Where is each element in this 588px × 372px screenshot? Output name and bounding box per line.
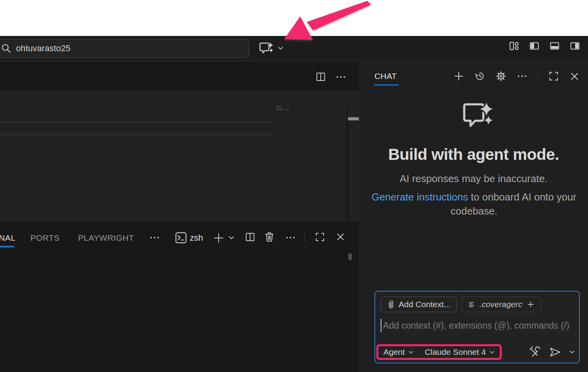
editor-content[interactable]: [run]source = src	[0, 91, 359, 221]
vscode-window: ohtuvarasto25	[0, 0, 588, 372]
new-chat-icon[interactable]	[453, 71, 464, 82]
add-related-file-icon[interactable]	[526, 300, 535, 309]
panel-tab-ports[interactable]: PORTS	[30, 233, 60, 243]
welcome-instructions-suffix: to onboard AI onto your codebase.	[451, 191, 576, 217]
chat-title-underline	[374, 84, 399, 86]
chat-panel-title[interactable]: CHAT	[374, 72, 397, 81]
divider	[304, 232, 305, 243]
panel-tab-playwright[interactable]: PLAYWRIGHT	[78, 233, 134, 243]
context-chip-row: Add Context... .coveragerc	[381, 297, 579, 312]
close-panel-icon[interactable]	[335, 232, 346, 242]
layout-controls	[509, 41, 580, 51]
attached-file-chip[interactable]: .coveragerc	[461, 297, 541, 312]
mode-label: Agent	[383, 347, 405, 357]
customize-layout-icon[interactable]	[509, 41, 519, 51]
add-context-button[interactable]: Add Context...	[381, 297, 457, 312]
terminal-shell-label[interactable]: zsh	[190, 233, 203, 243]
configure-tools-icon[interactable]	[528, 345, 542, 359]
chat-more-actions-icon[interactable]	[517, 73, 527, 80]
copilot-icon	[258, 41, 274, 55]
input-action-icons	[528, 345, 575, 359]
chat-panel: CHAT	[359, 61, 588, 372]
panel-views-more-icon[interactable]	[285, 234, 296, 241]
editor-scrollbar-track	[347, 106, 348, 221]
terminal-scrollbar-track	[347, 252, 348, 372]
model-picker[interactable]: Claude Sonnet 4	[425, 347, 495, 357]
welcome-instructions: Generate instructions to onboard AI onto…	[365, 190, 583, 218]
editor-line-highlight	[0, 133, 274, 136]
terminal-scrollbar-thumb[interactable]	[348, 254, 352, 260]
panel-tab-terminal[interactable]: TERMINAL	[0, 233, 16, 243]
terminal-shell-icon[interactable]	[175, 231, 187, 244]
text-caret	[381, 319, 381, 332]
mode-picker[interactable]: Agent	[383, 347, 414, 357]
title-bar: ohtuvarasto25	[0, 36, 588, 61]
send-dropdown-icon[interactable]	[569, 349, 575, 355]
model-label: Claude Sonnet 4	[425, 347, 486, 357]
command-center-search[interactable]: ohtuvarasto25	[0, 39, 249, 58]
close-chat-icon[interactable]	[569, 71, 580, 82]
divider	[538, 71, 538, 82]
chevron-down-icon	[489, 349, 495, 355]
kill-terminal-icon[interactable]	[264, 231, 274, 242]
welcome-heading: Build with agent mode.	[359, 145, 588, 164]
maximize-chat-icon[interactable]	[548, 71, 559, 82]
editor-line-highlight	[0, 121, 274, 123]
panel-more-tabs-icon[interactable]	[149, 234, 160, 241]
new-terminal-dropdown-icon[interactable]	[228, 234, 235, 241]
paperclip-icon	[387, 299, 395, 310]
search-value: ohtuvarasto25	[16, 43, 70, 54]
editor-scrollbar-thumb[interactable]	[348, 117, 359, 120]
annotation-highlight-box: Agent Claude Sonnet 4	[376, 344, 502, 360]
chevron-down-icon	[277, 45, 284, 52]
editor-tab-bar	[0, 61, 359, 91]
new-terminal-icon[interactable]	[212, 231, 225, 245]
chevron-down-icon	[408, 349, 414, 355]
toggle-secondary-sidebar-icon[interactable]	[570, 41, 580, 51]
list-icon	[468, 300, 476, 308]
search-icon	[1, 43, 11, 54]
copilot-welcome-icon	[461, 101, 495, 131]
split-terminal-icon[interactable]	[245, 232, 255, 242]
attached-file-name: .coveragerc	[479, 300, 522, 309]
chat-settings-gear-icon[interactable]	[495, 71, 506, 82]
send-icon[interactable]	[548, 346, 562, 358]
chat-history-icon[interactable]	[474, 71, 485, 82]
toggle-primary-sidebar-icon[interactable]	[529, 41, 540, 51]
chat-toolbar	[453, 71, 580, 82]
copilot-menu-button[interactable]	[258, 41, 284, 55]
welcome-disclaimer: AI responses may be inaccurate.	[359, 173, 588, 185]
chat-input-box[interactable]: Add Context... .coveragerc	[374, 291, 580, 363]
editor-more-actions-icon[interactable]	[335, 73, 347, 81]
active-tab-underline	[0, 246, 14, 247]
add-context-label: Add Context...	[399, 300, 451, 309]
minimap[interactable]: [run]source = src	[276, 106, 289, 111]
chat-input-controls: Agent Claude Sonnet 4	[376, 344, 575, 360]
generate-instructions-link[interactable]: Generate instructions	[372, 191, 468, 203]
chat-input-placeholder: Add context (#), extensions (@), command…	[383, 320, 569, 331]
chat-text-input[interactable]: Add context (#), extensions (@), command…	[381, 319, 579, 332]
terminal-panel: TERMINAL PORTS PLAYWRIGHT zsh	[0, 221, 359, 372]
toggle-panel-icon[interactable]	[549, 41, 560, 51]
maximize-panel-icon[interactable]	[315, 232, 325, 242]
split-editor-icon[interactable]	[315, 72, 326, 82]
